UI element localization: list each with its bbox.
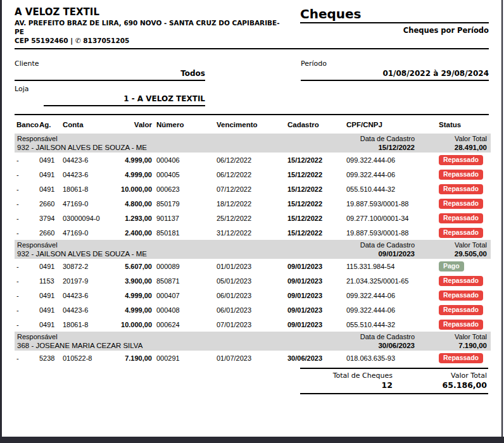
company-cep-phone: CEP 55192460 | ✆ 8137051205: [15, 36, 287, 45]
col-header-valor: Valor: [106, 121, 152, 128]
cell-cadastro: 15/12/2022: [278, 156, 338, 164]
responsavel-block: Responsável 932 - JAILSON ALVES DE SOUZA…: [17, 135, 147, 152]
group-band: Responsável 368 - JOSEANE MARIA CEZAR SI…: [15, 332, 491, 351]
table-header-row: Banco Ag. Conta Valor Número Vencimento …: [15, 114, 489, 134]
data-cadastro-value: 09/01/2023: [360, 249, 415, 258]
cheques-table: Banco Ag. Conta Valor Número Vencimento …: [15, 114, 489, 365]
company-name: A VELOZ TEXTIL: [15, 6, 287, 18]
loja-valuebox: 1 - A VELOZ TEXTIL: [44, 94, 205, 106]
filters-row-1: Cliente Todos Período 01/08/2022 à 29/08…: [15, 59, 489, 81]
data-cadastro-value: 15/12/2022: [360, 143, 415, 152]
cell-cadastro: 09/01/2023: [278, 292, 338, 299]
responsavel-block: Responsável 368 - JOSEANE MARIA CEZAR SI…: [17, 333, 142, 350]
loja-field: Loja 1 - A VELOZ TEXTIL: [15, 85, 205, 106]
responsavel-label: Responsável: [17, 135, 147, 143]
cell-cadastro: 09/01/2023: [278, 321, 338, 328]
cheque-row: - 3794 03000094-0 1.293,00 901137 25/12/…: [15, 211, 489, 225]
cell-vencimento: 31/12/2022: [208, 229, 278, 237]
cell-cadastro: 30/06/2023: [278, 354, 338, 362]
company-block: A VELOZ TEXTIL AV. PREFEITO BRAZ DE LIRA…: [15, 6, 287, 45]
cell-vencimento: 25/12/2022: [208, 215, 278, 222]
cell-banco: -: [15, 321, 36, 328]
group-valor-total-label: Valor Total: [455, 241, 487, 249]
loja-value: 1 - A VELOZ TEXTIL: [44, 94, 205, 103]
cell-vencimento: 07/12/2022: [208, 185, 278, 193]
periodo-value: 01/08/2022 à 29/08/2024: [301, 69, 489, 78]
periodo-field: Período 01/08/2022 à 29/08/2024: [301, 59, 489, 81]
cell-status: Repassado: [435, 290, 488, 301]
cell-numero: 850179: [152, 200, 208, 208]
cell-cpf-cnpj: 099.322.444-06: [338, 292, 435, 299]
cell-banco: -: [15, 354, 36, 362]
cell-ag: 0491: [36, 321, 60, 328]
valor-total-cell: Valor Total 65.186,00: [393, 371, 487, 390]
report-title: Cheques: [300, 6, 489, 23]
cell-numero: 000405: [152, 171, 208, 178]
cell-vencimento: 18/12/2022: [208, 200, 278, 208]
total-cheques-value: 12: [300, 380, 393, 390]
cell-numero: 000407: [152, 292, 208, 299]
group-valor-total-block: Valor Total 28.491,00: [455, 135, 487, 152]
cell-status: Repassado: [435, 353, 488, 363]
cheque-group: Responsável 932 - JAILSON ALVES DE SOUZA…: [15, 134, 489, 240]
cell-cpf-cnpj: 099.322.444-06: [338, 306, 435, 314]
cell-cadastro: 15/12/2022: [278, 200, 338, 208]
cell-valor: 4.999,00: [106, 306, 152, 314]
cheque-row: - 1153 20197-9 3.900,00 850871 05/01/202…: [15, 273, 489, 288]
cell-valor: 4.800,00: [106, 200, 152, 208]
cheque-row: - 0491 30872-2 5.607,00 000089 01/01/202…: [15, 259, 489, 273]
cell-valor: 2.400,00: [106, 229, 152, 237]
cell-cpf-cnpj: 115.331.984-54: [338, 263, 435, 270]
group-band: Responsável 932 - JAILSON ALVES DE SOUZA…: [15, 240, 491, 259]
data-cadastro-label: Data de Cadastro: [360, 241, 415, 249]
cheque-row: - 0491 18061-8 10.000,00 000623 07/12/20…: [15, 182, 489, 196]
cell-cpf-cnpj: 055.510.444-32: [338, 185, 435, 193]
cell-banco: -: [15, 263, 36, 270]
company-address: AV. PREFEITO BRAZ DE LIRA, 690 NOVO - SA…: [15, 18, 287, 36]
cell-numero: 850871: [152, 277, 208, 285]
cell-conta: 010522-8: [60, 354, 106, 362]
cell-cadastro: 09/01/2023: [278, 277, 338, 285]
group-valor-total-value: 28.491,00: [455, 143, 487, 152]
cell-cpf-cnpj: 21.034.325/0001-65: [338, 277, 435, 285]
cheque-row: - 0491 04423-6 4.999,00 000405 06/12/202…: [15, 167, 489, 182]
cell-vencimento: 07/01/2023: [208, 321, 278, 328]
totals-footer: Total de Cheques 12 Valor Total 65.186,0…: [300, 368, 488, 394]
col-header-vencimento: Vencimento: [208, 121, 278, 128]
cell-cadastro: 15/12/2022: [278, 215, 338, 222]
cheque-row: - 2660 47169-0 2.400,00 850181 31/12/202…: [15, 225, 489, 240]
cell-ag: 0491: [36, 306, 60, 314]
cell-status: Repassado: [435, 228, 488, 238]
cell-ag: 2660: [36, 200, 60, 208]
cell-banco: -: [15, 185, 36, 193]
cell-vencimento: 01/01/2023: [208, 263, 278, 270]
cell-cpf-cnpj: 018.063.635-93: [338, 354, 435, 362]
data-cadastro-value: 30/06/2023: [360, 341, 415, 350]
group-rows: - 0491 30872-2 5.607,00 000089 01/01/202…: [15, 259, 489, 332]
cell-conta: 30872-2: [60, 263, 106, 270]
cell-conta: 04423-6: [60, 171, 106, 178]
cell-valor: 10.000,00: [106, 321, 152, 328]
cell-status: Repassado: [435, 155, 488, 165]
cheque-group: Responsável 932 - JAILSON ALVES DE SOUZA…: [15, 240, 489, 332]
cell-conta: 47169-0: [60, 229, 106, 237]
cliente-value: Todos: [15, 69, 205, 78]
data-cadastro-label: Data de Cadastro: [360, 135, 415, 143]
title-block: Cheques Cheques por Período: [300, 6, 489, 45]
cell-valor: 10.000,00: [106, 185, 152, 193]
cliente-field: Cliente Todos: [15, 59, 205, 81]
cell-status: Repassado: [435, 170, 488, 180]
status-badge: Repassado: [439, 155, 483, 165]
cell-conta: 03000094-0: [60, 215, 106, 222]
cell-conta: 18061-8: [60, 321, 106, 328]
cell-banco: -: [15, 156, 36, 164]
cell-numero: 000406: [152, 156, 208, 164]
footer-valor-total-label: Valor Total: [393, 371, 487, 380]
cell-status: Repassado: [435, 276, 488, 286]
report-page: A VELOZ TEXTIL AV. PREFEITO BRAZ DE LIRA…: [2, 0, 501, 437]
cell-cadastro: 15/12/2022: [278, 171, 338, 178]
total-cheques-label: Total de Cheques: [300, 371, 393, 380]
responsavel-block: Responsável 932 - JAILSON ALVES DE SOUZA…: [17, 241, 147, 258]
cell-cadastro: 09/01/2023: [278, 306, 338, 314]
cell-numero: 850181: [152, 229, 208, 237]
